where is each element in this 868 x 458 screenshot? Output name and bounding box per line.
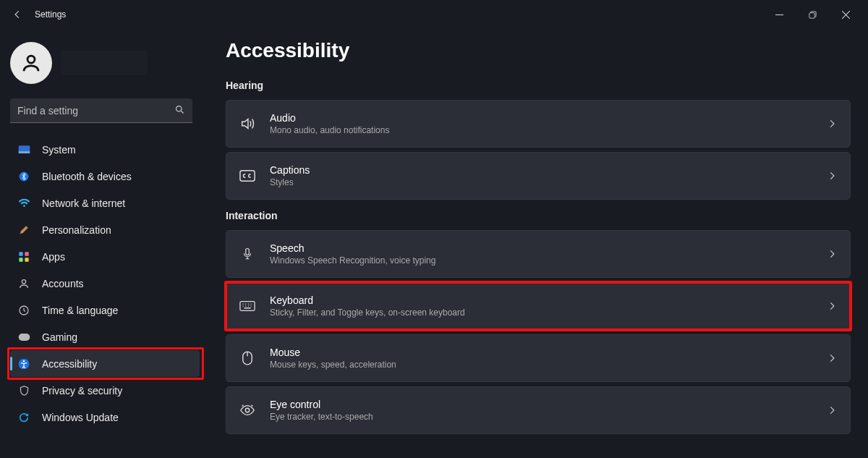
chevron-right-icon [827,405,837,415]
nav-label: Gaming [42,331,77,343]
search-input[interactable] [10,98,192,123]
nav-system[interactable]: System [10,136,200,163]
section-interaction: Interaction [226,210,851,221]
card-sub: Windows Speech Recognition, voice typing [270,255,827,266]
nav-personalization[interactable]: Personalization [10,216,200,243]
nav-label: Personalization [42,224,111,236]
svg-rect-17 [246,249,250,255]
system-icon [17,143,30,156]
card-sub: Eye tracker, text-to-speech [270,412,827,422]
sidebar: System Bluetooth & devices Network & int… [0,29,210,458]
accessibility-icon [17,357,30,370]
nav-label: Accessibility [42,358,97,370]
svg-rect-0 [809,12,814,17]
bluetooth-icon [17,170,30,183]
paintbrush-icon [17,224,30,237]
accounts-icon [17,277,30,290]
card-title: Eye control [270,399,827,410]
apps-icon [17,250,30,263]
svg-rect-9 [19,258,22,261]
svg-point-20 [245,408,250,412]
nav-label: Network & internet [42,198,125,209]
card-keyboard[interactable]: Keyboard Sticky, Filter, and Toggle keys… [226,282,851,330]
svg-point-11 [22,279,25,283]
svg-rect-8 [25,252,28,255]
nav-label: Windows Update [42,412,119,423]
nav-network[interactable]: Network & internet [10,190,200,216]
section-hearing: Hearing [226,80,851,91]
nav-label: Apps [42,251,65,263]
nav-label: System [42,144,76,156]
back-button[interactable] [6,3,29,26]
nav-privacy[interactable]: Privacy & security [10,377,200,404]
avatar [10,42,52,84]
svg-rect-10 [25,258,28,261]
shield-icon [17,384,30,397]
svg-point-15 [23,360,25,362]
nav-accessibility[interactable]: Accessibility [10,350,200,377]
nav-label: Accounts [42,278,84,289]
close-button[interactable] [829,3,862,26]
clock-icon [17,304,30,317]
window-title: Settings [35,9,66,20]
svg-rect-7 [19,252,22,255]
keyboard-icon [239,298,255,314]
svg-point-2 [176,106,182,112]
nav-gaming[interactable]: Gaming [10,323,200,350]
card-sub: Mouse keys, speed, acceleration [270,360,827,370]
chevron-right-icon [827,171,837,181]
svg-point-6 [23,205,25,207]
nav-bluetooth[interactable]: Bluetooth & devices [10,163,200,190]
nav-time[interactable]: Time & language [10,297,200,323]
card-speech[interactable]: Speech Windows Speech Recognition, voice… [226,230,851,278]
chevron-right-icon [827,301,837,311]
nav-accounts[interactable]: Accounts [10,270,200,297]
mouse-icon [239,350,255,366]
card-title: Keyboard [270,294,827,306]
nav-list: System Bluetooth & devices Network & int… [10,136,200,431]
nav-label: Bluetooth & devices [42,171,132,182]
card-audio[interactable]: Audio Mono audio, audio notifications [226,100,851,148]
card-sub: Sticky, Filter, and Toggle keys, on-scre… [270,308,827,318]
card-sub: Styles [270,177,827,187]
captions-icon [239,168,255,184]
chevron-right-icon [827,119,837,129]
card-title: Mouse [270,347,827,358]
user-profile[interactable] [10,42,200,84]
microphone-icon [239,246,255,262]
card-eye-control[interactable]: Eye control Eye tracker, text-to-speech [226,386,851,434]
card-mouse[interactable]: Mouse Mouse keys, speed, acceleration [226,334,851,382]
card-captions[interactable]: Captions Styles [226,152,851,200]
eye-icon [239,402,255,418]
gaming-icon [17,331,30,344]
svg-rect-18 [240,302,255,311]
card-title: Captions [270,164,827,176]
page-title: Accessibility [226,39,851,62]
svg-rect-16 [240,171,255,182]
user-name-redacted [61,51,148,75]
search-icon [174,104,185,115]
audio-icon [239,116,255,132]
svg-rect-4 [18,151,30,153]
chevron-right-icon [827,353,837,363]
nav-apps[interactable]: Apps [10,243,200,270]
chevron-right-icon [827,249,837,259]
nav-label: Privacy & security [42,385,122,396]
card-title: Speech [270,242,827,254]
svg-point-1 [27,56,35,63]
main-content: Accessibility Hearing Audio Mono audio, … [210,29,868,458]
nav-label: Time & language [42,305,118,316]
update-icon [17,411,30,424]
minimize-button[interactable] [762,3,796,26]
card-sub: Mono audio, audio notifications [270,125,827,135]
wifi-icon [17,197,30,210]
card-title: Audio [270,112,827,124]
nav-update[interactable]: Windows Update [10,404,200,431]
maximize-button[interactable] [796,3,829,26]
svg-rect-13 [18,334,30,341]
title-bar: Settings [0,0,868,29]
